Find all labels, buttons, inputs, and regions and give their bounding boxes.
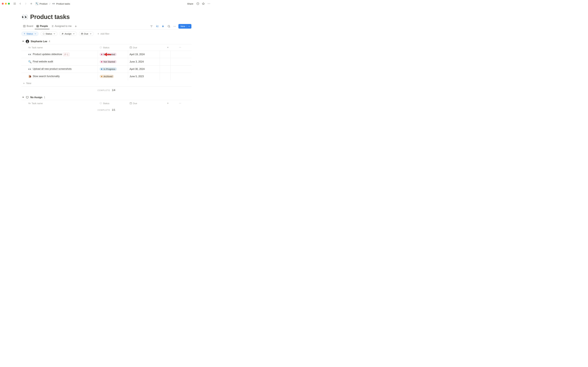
column-header-due[interactable]: Due	[128, 46, 160, 49]
tab-assigned-to-me[interactable]: Assigned to me	[50, 24, 73, 29]
filter-icon[interactable]	[149, 24, 154, 28]
add-column-button[interactable]	[160, 102, 171, 104]
hamburger-menu-icon[interactable]	[13, 1, 17, 6]
table-row[interactable]: 👀 Product updates slideshow 1 Not Starte…	[21, 51, 191, 58]
comment-count: 1	[67, 53, 68, 56]
add-column-button[interactable]	[160, 46, 171, 49]
plus-icon	[167, 46, 169, 49]
window-controls[interactable]	[2, 3, 10, 5]
svg-rect-16	[130, 47, 132, 48]
add-filter-label: Add filter	[100, 33, 110, 35]
collapse-toggle-icon[interactable]	[22, 96, 24, 99]
due-date[interactable]: April 30, 2024	[130, 68, 145, 70]
svg-point-24	[181, 103, 181, 103]
add-view-icon[interactable]	[74, 24, 78, 28]
tab-people[interactable]: People	[35, 24, 50, 29]
sort-pill-status[interactable]: Status	[21, 32, 38, 36]
status-badge[interactable]: Not Started	[100, 53, 117, 56]
page-title[interactable]: Product tasks	[30, 13, 70, 20]
table-icon	[36, 25, 39, 27]
new-button[interactable]: New	[178, 24, 191, 29]
group-count: 1	[44, 96, 45, 99]
task-name[interactable]: Product updates slideshow	[33, 53, 62, 56]
column-header-due[interactable]: Due	[128, 102, 160, 105]
status-dot-icon	[101, 61, 102, 62]
status-label: Not Started	[104, 60, 115, 63]
due-date[interactable]: June 5, 2023	[130, 75, 144, 78]
new-row-button[interactable]: New	[21, 80, 191, 87]
favorite-star-icon[interactable]	[201, 1, 206, 6]
column-header-due-label: Due	[133, 46, 137, 49]
task-name[interactable]: Slow search functionality	[33, 75, 60, 78]
new-button-divider	[187, 25, 187, 28]
share-button[interactable]: Share	[186, 2, 194, 6]
chevron-down-icon	[73, 33, 75, 35]
svg-point-15	[100, 47, 102, 48]
fullscreen-window-icon[interactable]	[8, 3, 10, 5]
more-menu-icon[interactable]	[207, 1, 211, 6]
table-row[interactable]: 🔍 Final website audit Not Started June 3…	[21, 58, 191, 65]
svg-point-6	[168, 25, 170, 27]
column-header-name-label: Task name	[32, 46, 43, 49]
search-icon[interactable]	[167, 24, 171, 28]
complete-fraction: 1/1	[112, 108, 115, 111]
due-date[interactable]: June 3, 2024	[130, 60, 144, 63]
chevron-down-icon	[53, 33, 55, 35]
table-row[interactable]: 🐌 Slow search functionality Archived Jun…	[21, 73, 191, 80]
new-page-icon[interactable]	[29, 1, 33, 6]
automations-bolt-icon[interactable]	[161, 24, 165, 28]
breadcrumb-current[interactable]: 👀 Product tasks	[52, 2, 71, 5]
filter-pill-status[interactable]: Status	[41, 32, 58, 36]
minimize-window-icon[interactable]	[5, 3, 7, 5]
comment-icon	[64, 53, 67, 56]
add-filter-button[interactable]: Add filter	[96, 32, 111, 36]
nav-forward-icon[interactable]	[24, 1, 28, 6]
view-options-icon[interactable]	[173, 24, 177, 28]
svg-point-9	[175, 26, 176, 26]
filter-pill-due[interactable]: Due	[79, 32, 94, 36]
plus-icon	[167, 102, 169, 104]
svg-rect-21	[130, 102, 132, 104]
svg-point-23	[180, 103, 180, 103]
status-badge[interactable]: Archived	[100, 75, 114, 78]
status-badge[interactable]: In Progress	[100, 67, 117, 71]
close-window-icon[interactable]	[2, 3, 4, 5]
status-label: In Progress	[104, 68, 115, 70]
column-header-status[interactable]: Status	[98, 102, 128, 105]
breadcrumb-parent[interactable]: 🔧 Product	[35, 2, 48, 6]
chevron-down-icon[interactable]	[188, 25, 190, 27]
filter-pill-due-label: Due	[84, 33, 88, 35]
column-options-button[interactable]	[171, 102, 183, 104]
comment-count-badge[interactable]: 1	[63, 53, 69, 56]
collapse-toggle-icon[interactable]	[22, 40, 24, 42]
page-icon[interactable]: 👀	[21, 14, 28, 20]
breadcrumb-current-label: Product tasks	[56, 2, 70, 5]
table-row[interactable]: 👀 Upload all new product screenshots In …	[21, 65, 191, 73]
due-date[interactable]: April 19, 2024	[130, 53, 145, 56]
sort-icon[interactable]	[155, 24, 159, 28]
column-header-status[interactable]: Status	[98, 46, 128, 49]
svg-point-18	[180, 47, 180, 48]
status-dot-icon	[101, 76, 102, 77]
task-name[interactable]: Final website audit	[33, 60, 53, 63]
svg-point-3	[210, 3, 210, 4]
column-options-button[interactable]	[171, 46, 183, 49]
nav-back-icon[interactable]	[18, 1, 22, 6]
tab-board[interactable]: Board	[21, 24, 35, 29]
filter-pill-assign[interactable]: Assign	[60, 32, 77, 36]
group-header-no-assign[interactable]: No Assign 1	[21, 95, 191, 100]
column-header-due-label: Due	[133, 102, 137, 105]
svg-point-14	[27, 41, 28, 42]
person-icon	[61, 33, 64, 35]
column-header-name[interactable]: Aa Task name	[21, 102, 98, 105]
svg-point-10	[43, 33, 44, 34]
status-badge[interactable]: Not Started	[100, 60, 117, 63]
column-header-status-label: Status	[103, 102, 110, 105]
task-name[interactable]: Upload all new product screenshots	[33, 67, 71, 71]
column-header-status-label: Status	[103, 46, 110, 49]
group-header-stephanie[interactable]: Stephanie Lee 4	[21, 39, 191, 44]
complete-label: COMPLETE	[97, 109, 110, 111]
updates-clock-icon[interactable]	[196, 1, 200, 6]
breadcrumb-separator: /	[50, 2, 50, 5]
column-header-name[interactable]: Aa Task name	[21, 46, 98, 49]
